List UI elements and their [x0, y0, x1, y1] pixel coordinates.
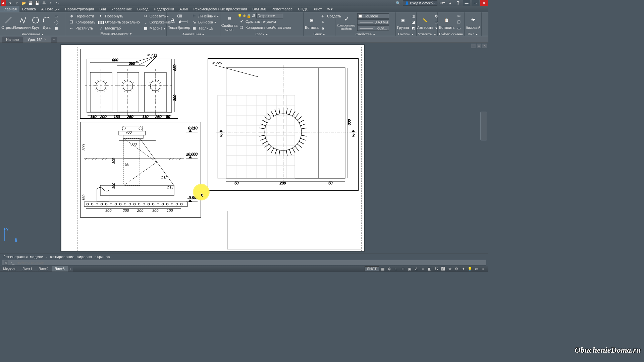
arc-button[interactable]: Дуга: [41, 13, 52, 32]
circle-button[interactable]: Круг: [30, 13, 41, 32]
doc-minimize-button[interactable]: —: [471, 44, 476, 48]
stretch-button[interactable]: ↔Растянуть: [67, 25, 97, 31]
polyline-button[interactable]: Полилиния: [16, 13, 30, 32]
save-icon[interactable]: 💾: [28, 0, 33, 6]
space-toggle[interactable]: ЛИСТ: [365, 266, 379, 271]
tab-view[interactable]: Вид: [97, 6, 109, 12]
rectangle-button[interactable]: ▭: [52, 13, 60, 19]
copy-layer-props-button[interactable]: ❐Копировать свойства слоя: [237, 24, 292, 31]
help-icon[interactable]: ❔: [455, 0, 461, 6]
anno-scale-icon[interactable]: 🅰: [440, 266, 446, 272]
tab-spds[interactable]: СПДС: [295, 6, 311, 12]
command-input[interactable]: ✕ ›_: [2, 260, 486, 265]
panel-clip-label[interactable]: Буфер обмена: [439, 32, 463, 35]
rotate-button[interactable]: ↻Повернуть: [97, 13, 141, 19]
c1[interactable]: ✂: [455, 13, 463, 19]
otrack-toggle-icon[interactable]: ∠: [413, 266, 419, 272]
command-field[interactable]: [16, 261, 485, 265]
tab-addins[interactable]: Надстройки: [151, 6, 177, 12]
tab-output[interactable]: Вывод: [135, 6, 151, 12]
transparency-toggle-icon[interactable]: ◧: [427, 266, 433, 272]
lweight-toggle-icon[interactable]: ≡: [420, 266, 426, 272]
grid-toggle-icon[interactable]: ▦: [380, 266, 386, 272]
linear-button[interactable]: ⊢Линейный ▾: [190, 13, 220, 19]
group-button[interactable]: ▣Группа: [397, 13, 409, 32]
nav-bar[interactable]: [480, 112, 487, 140]
tab-layout[interactable]: Лист: [311, 6, 325, 12]
layer-select[interactable]: Defpoints ▾: [256, 13, 283, 18]
panel-props-label[interactable]: Свойства▼: [337, 32, 394, 35]
saveas-icon[interactable]: 💾: [35, 0, 40, 6]
panel-block-label[interactable]: Блок▼: [305, 32, 334, 35]
dim-button[interactable]: Размер: [178, 13, 190, 32]
g2[interactable]: ◪: [409, 19, 417, 25]
close-button[interactable]: ✕: [480, 0, 488, 6]
panel-modify-label[interactable]: Редактирование▼: [67, 31, 165, 35]
isolate-icon[interactable]: 💡: [467, 266, 473, 272]
anno-vis-icon[interactable]: ✥: [447, 266, 453, 272]
tab-insert[interactable]: Вставка: [19, 6, 39, 12]
lineweight-select[interactable]: 0.40 мм: [356, 19, 390, 25]
move-button[interactable]: ✥Перенести: [67, 13, 97, 19]
measure-button[interactable]: 📏Измерить: [418, 13, 432, 32]
insert-button[interactable]: ▣Вставка: [305, 13, 319, 32]
redo-icon[interactable]: ↷: [55, 0, 60, 6]
copy-button[interactable]: ❐Копировать: [67, 19, 97, 25]
panel-annot-label[interactable]: Аннотации▼: [168, 32, 219, 35]
app-logo[interactable]: A: [1, 0, 6, 6]
tab-lesson16[interactable]: Урок 16*✕: [23, 37, 51, 43]
cycle-toggle-icon[interactable]: 🗘: [433, 266, 439, 272]
tab-bim360[interactable]: BIM 360: [250, 6, 269, 12]
lock-icon[interactable]: 🔒: [247, 14, 251, 18]
bulb-on-icon[interactable]: 💡: [237, 14, 242, 18]
ortho-toggle-icon[interactable]: ∟: [393, 266, 399, 272]
plot-icon[interactable]: 🖶: [252, 14, 256, 18]
osnap-toggle-icon[interactable]: ▣: [407, 266, 413, 272]
panel-base-label[interactable]: Вид▼: [466, 32, 480, 35]
leader-button[interactable]: ↘Выноска ▾: [190, 19, 220, 25]
add-layout-button[interactable]: +: [68, 266, 73, 272]
exchange-icon[interactable]: ✕⇄: [439, 0, 445, 6]
c3[interactable]: ▭: [455, 25, 463, 31]
btab-sheet2[interactable]: Лист2: [36, 266, 52, 272]
panel-groups-label[interactable]: Группы▼: [397, 32, 415, 35]
restore-button[interactable]: ▭: [472, 0, 479, 6]
freeze-icon[interactable]: ❄: [243, 14, 246, 18]
drawing-area[interactable]: — ▭ ✕ М₁:30: [0, 43, 488, 253]
linetype-select[interactable]: ПоСл...: [356, 25, 390, 31]
tab-annotate[interactable]: Аннотации: [39, 6, 62, 12]
panel-draw-label[interactable]: Рисование▼: [1, 32, 64, 35]
panel-layers-label[interactable]: Слои▼: [222, 32, 302, 35]
search-icon[interactable]: 🔍: [395, 0, 401, 6]
tab-perf[interactable]: Performance: [269, 6, 295, 12]
close-cmd-icon[interactable]: ✕: [4, 260, 8, 265]
tab-a360[interactable]: A360: [177, 6, 191, 12]
g3[interactable]: ◩: [409, 25, 417, 31]
hatch-button[interactable]: ▦: [52, 25, 60, 31]
color-select[interactable]: ПоСлою: [356, 13, 390, 19]
signin-button[interactable]: 👤 Вход в службы: [403, 0, 437, 6]
tab-param[interactable]: Параметризация: [62, 6, 97, 12]
open-icon[interactable]: 📂: [21, 0, 26, 6]
btab-model[interactable]: Модель: [0, 266, 19, 272]
c2[interactable]: ❐: [455, 19, 463, 25]
snap-toggle-icon[interactable]: ⯐: [386, 266, 392, 272]
table-button[interactable]: ▦Таблица: [190, 25, 220, 31]
tab-extras[interactable]: 👁▾: [324, 6, 335, 12]
close-tab-icon[interactable]: ✕: [44, 38, 47, 41]
panel-util-label[interactable]: Утилиты▼: [418, 32, 436, 35]
undo-icon[interactable]: ↶: [48, 0, 53, 6]
g1[interactable]: ◫: [409, 13, 417, 19]
tab-start[interactable]: Начало: [2, 37, 23, 43]
autodesk-icon[interactable]: ▲: [447, 0, 453, 6]
text-button[interactable]: AТекст: [168, 13, 177, 32]
new-icon[interactable]: ▾: [8, 0, 13, 6]
scale-button[interactable]: ⤢Масштаб: [97, 25, 141, 31]
ellipse-button[interactable]: ◯: [52, 19, 60, 25]
minimize-button[interactable]: —: [463, 0, 470, 6]
new-tab-button[interactable]: +: [51, 37, 57, 43]
match-props-button[interactable]: 🖌Копирование свойств: [337, 13, 356, 32]
hardware-icon[interactable]: ✦: [460, 266, 466, 272]
customize-icon[interactable]: ≡: [480, 266, 486, 272]
clean-screen-icon[interactable]: ▭: [474, 266, 480, 272]
